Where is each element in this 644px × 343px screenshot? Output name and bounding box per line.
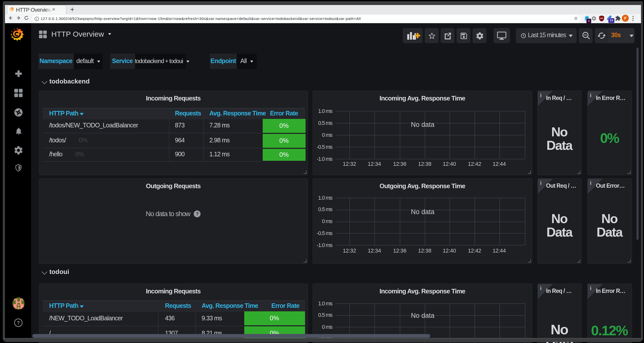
svg-text:?: ? — [196, 211, 198, 216]
svg-text:?: ? — [17, 320, 20, 326]
svg-text:UO: UO — [600, 17, 603, 20]
